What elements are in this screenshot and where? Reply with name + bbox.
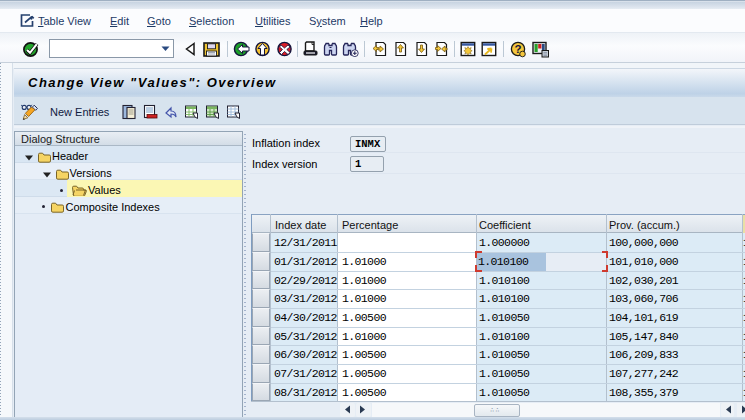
svg-text:?: ? [514,43,521,55]
